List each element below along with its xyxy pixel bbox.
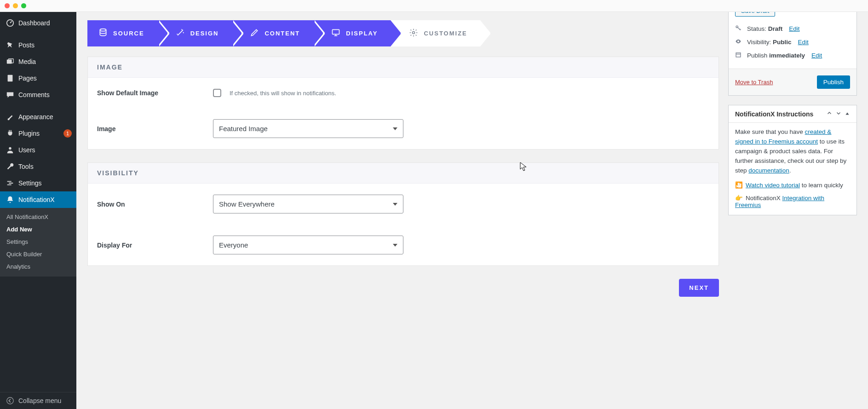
caret-up-icon[interactable] <box>845 110 850 118</box>
next-button[interactable]: NEXT <box>679 279 719 297</box>
select-value: Show Everywhere <box>219 200 275 208</box>
sidebar-item-pages[interactable]: Pages <box>0 70 76 86</box>
collapse-menu-button[interactable]: Collapse menu <box>0 392 76 409</box>
calendar-icon <box>735 52 742 59</box>
visibility-label: Visibility: Public <box>747 39 792 46</box>
gear-icon <box>409 28 418 39</box>
close-window-dot[interactable] <box>5 3 10 8</box>
edit-publish-link[interactable]: Edit <box>811 52 822 59</box>
step-label: CUSTOMIZE <box>424 30 467 37</box>
sidebar-label: Comments <box>18 91 72 98</box>
submenu-item-quick-builder[interactable]: Quick Builder <box>0 248 76 260</box>
sidebar-item-dashboard[interactable]: Dashboard <box>0 15 76 31</box>
svg-point-4 <box>9 147 11 150</box>
sidebar-label: Settings <box>18 179 72 187</box>
svg-rect-3 <box>8 75 13 81</box>
sidebar-label: Posts <box>18 41 72 49</box>
plug-icon <box>6 129 15 138</box>
sidebar-item-notificationx[interactable]: NotificationX <box>0 191 76 208</box>
sliders-icon <box>6 179 15 188</box>
plugins-update-badge: 1 <box>63 129 72 138</box>
instructions-text: Make sure that you have created & signed… <box>735 127 850 176</box>
sidebar-item-posts[interactable]: Posts <box>0 37 76 53</box>
panel-image: IMAGE Show Default Image If checked, thi… <box>87 57 719 150</box>
checkbox-show-default-image[interactable] <box>213 89 221 97</box>
chevron-up-icon[interactable] <box>826 110 833 118</box>
save-draft-button[interactable]: Save Draft <box>735 12 775 17</box>
pencil-icon <box>250 28 259 39</box>
sidebar-item-comments[interactable]: Comments <box>0 86 76 103</box>
svg-rect-7 <box>333 29 339 34</box>
step-label: CONTENT <box>264 30 300 37</box>
wizard-steps: SOURCE DESIGN CONTENT DISPLAY CUSTOMIZE <box>87 20 719 46</box>
submenu-item-all[interactable]: All NotificationX <box>0 211 76 223</box>
publish-label: Publish immediately <box>747 52 805 59</box>
sidebar-item-settings[interactable]: Settings <box>0 175 76 191</box>
sidebar-label: NotificationX <box>18 196 72 203</box>
svg-point-5 <box>7 397 13 404</box>
instructions-metabox: NotificationX Instructions Make sure tha… <box>728 105 857 215</box>
publish-button[interactable]: Publish <box>817 75 850 89</box>
step-label: DESIGN <box>190 30 219 37</box>
edit-visibility-link[interactable]: Edit <box>798 39 809 46</box>
sidebar-item-users[interactable]: Users <box>0 142 76 158</box>
sidebar-item-tools[interactable]: Tools <box>0 158 76 175</box>
select-display-for[interactable]: Everyone <box>213 236 403 254</box>
step-source[interactable]: SOURCE <box>87 20 157 46</box>
maximize-window-dot[interactable] <box>21 3 26 8</box>
svg-point-8 <box>413 32 415 34</box>
step-label: DISPLAY <box>346 30 378 37</box>
sidebar-label: Tools <box>18 163 72 170</box>
eye-icon <box>735 38 742 46</box>
chevron-down-icon[interactable] <box>835 110 842 118</box>
submenu-item-add-new[interactable]: Add New <box>0 223 76 236</box>
move-to-trash-link[interactable]: Move to Trash <box>735 79 773 86</box>
step-customize[interactable]: CUSTOMIZE <box>391 20 480 46</box>
sidebar-label: Plugins <box>18 130 61 137</box>
step-content[interactable]: CONTENT <box>231 20 313 46</box>
select-value: Featured Image <box>219 125 268 132</box>
documentation-link[interactable]: documentation <box>748 167 789 174</box>
point-right-icon: 👉 <box>735 195 743 202</box>
sidebar-label: Users <box>18 146 72 154</box>
wrench-icon <box>6 162 15 171</box>
svg-rect-10 <box>736 53 741 57</box>
publish-metabox: Save Draft Status: Draft Edit Visibility… <box>728 12 857 96</box>
sidebar-label: Media <box>18 58 72 65</box>
sidebar-label: Dashboard <box>18 19 72 27</box>
select-image[interactable]: Featured Image <box>213 119 403 138</box>
sidebar-item-plugins[interactable]: Plugins 1 <box>0 125 76 142</box>
sidebar-label: Pages <box>18 75 72 82</box>
label-display-for: Display For <box>97 242 213 249</box>
sidebar-label: Appearance <box>18 113 72 121</box>
select-show-on[interactable]: Show Everywhere <box>213 195 403 213</box>
minimize-window-dot[interactable] <box>13 3 18 8</box>
panel-title: VISIBILITY <box>88 163 719 184</box>
hint-show-default-image: If checked, this will show in notificati… <box>230 90 336 97</box>
svg-point-6 <box>100 29 106 31</box>
key-icon <box>735 25 742 33</box>
collapse-icon <box>6 396 15 405</box>
watch-tutorial-link[interactable]: Watch video tutorial <box>746 182 800 189</box>
submenu-item-settings[interactable]: Settings <box>0 236 76 248</box>
submenu-item-analytics[interactable]: Analytics <box>0 260 76 273</box>
edit-status-link[interactable]: Edit <box>789 25 799 32</box>
user-icon <box>6 145 15 155</box>
label-show-default-image: Show Default Image <box>97 89 213 97</box>
sidebar-item-appearance[interactable]: Appearance <box>0 109 76 125</box>
media-icon <box>6 57 15 66</box>
status-label: Status: Draft <box>747 25 782 32</box>
magic-icon <box>176 28 185 39</box>
sidebar-label: Collapse menu <box>18 397 72 404</box>
admin-sidebar: Dashboard Posts Media Pages Comments <box>0 12 76 409</box>
dashboard-icon <box>6 18 15 28</box>
integration-row: 👉NotificationX Integration with Freemius <box>735 194 850 208</box>
panel-title: IMAGE <box>88 57 719 78</box>
label-show-on: Show On <box>97 201 213 208</box>
monitor-icon <box>331 28 340 39</box>
watch-tutorial-row: 🎦Watch video tutorial to learn quickly <box>735 181 850 189</box>
page-icon <box>6 74 15 83</box>
window-titlebar <box>0 0 868 12</box>
notificationx-submenu: All NotificationX Add New Settings Quick… <box>0 208 76 277</box>
sidebar-item-media[interactable]: Media <box>0 53 76 70</box>
